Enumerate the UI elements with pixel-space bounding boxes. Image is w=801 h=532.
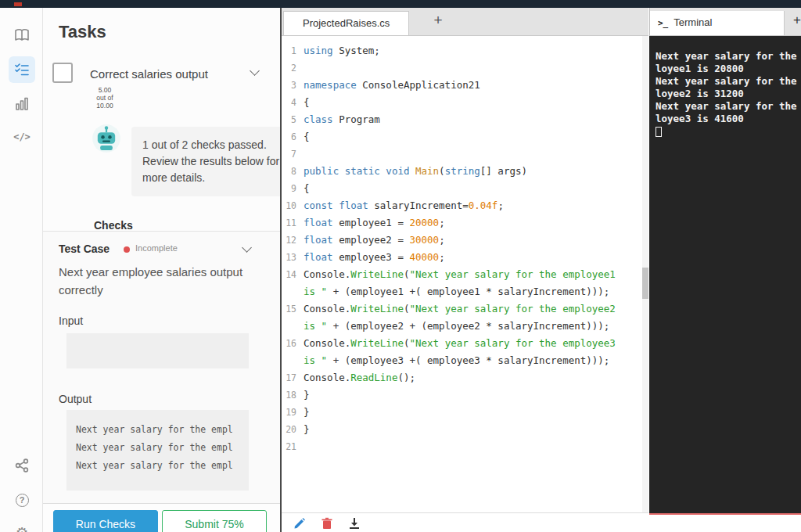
terminal-line: loyee2 is 31200 — [656, 88, 795, 100]
task-chevron-down-icon[interactable] — [250, 66, 260, 76]
score-value: 5.00 — [88, 86, 122, 94]
code-row[interactable]: 5class Program — [282, 111, 648, 128]
code-text: } — [304, 404, 310, 421]
checklist-icon[interactable] — [9, 56, 35, 83]
browser-top-strip — [0, 0, 801, 8]
line-number: 9 — [282, 180, 304, 197]
code-row[interactable]: 12float employee2 = 30000; — [282, 232, 648, 249]
code-row[interactable]: 18} — [282, 386, 648, 404]
line-number: 5 — [282, 111, 304, 128]
code-text: } — [304, 386, 310, 404]
code-row[interactable]: 11float employee1 = 20000; — [282, 214, 648, 232]
terminal-tab[interactable]: >_Terminal — [650, 11, 785, 35]
input-label: Input — [59, 315, 83, 327]
line-number — [282, 283, 304, 300]
test-case-header[interactable]: Test Case Incomplete — [43, 232, 280, 264]
code-row[interactable]: is " + (employee2 + (employee2 * salaryI… — [282, 318, 648, 335]
delete-trash-icon[interactable] — [321, 517, 333, 530]
line-number — [282, 318, 304, 335]
editor-scrollbar[interactable] — [642, 36, 648, 512]
code-row[interactable]: 21 — [282, 438, 648, 455]
code-text: Console.ReadLine(); — [304, 369, 415, 386]
output-label: Output — [59, 393, 92, 405]
code-area[interactable]: 1using System;23namespace ConsoleApplica… — [282, 36, 648, 512]
line-number: 19 — [282, 404, 304, 421]
run-checks-button[interactable]: Run Checks — [53, 510, 158, 532]
code-text: float employee2 = 30000; — [304, 232, 445, 249]
editor-scrollbar-thumb[interactable] — [642, 268, 648, 299]
code-text: Console.WriteLine("Next year salary for … — [304, 335, 616, 352]
line-number: 16 — [282, 335, 304, 352]
code-row[interactable]: 14Console.WriteLine("Next year salary fo… — [282, 266, 648, 283]
terminal-cursor-line — [656, 125, 795, 140]
code-row[interactable]: 2 — [282, 59, 648, 77]
terminal-line: loyee1 is 20800 — [656, 63, 795, 75]
code-row[interactable]: 17Console.ReadLine(); — [282, 369, 648, 386]
output-line: Next year salary for the empl — [76, 457, 239, 475]
task-row: Correct salaries output — [51, 56, 272, 91]
code-row[interactable]: is " + (employee1 +( employee1 * salaryI… — [282, 283, 648, 300]
code-row[interactable]: 9{ — [282, 180, 648, 197]
code-text: is " + (employee3 +( employee3 * salaryI… — [304, 352, 609, 369]
line-number — [282, 352, 304, 369]
gear-glyph: ⚙ — [16, 526, 28, 532]
bot-avatar — [92, 124, 121, 153]
test-case-chevron-down-icon[interactable] — [242, 243, 252, 253]
code-row[interactable]: 10const float salaryIncrement=0.04f; — [282, 197, 648, 214]
input-box — [66, 333, 249, 368]
bar-chart-icon[interactable] — [9, 91, 35, 117]
code-row[interactable]: 16Console.WriteLine("Next year salary fo… — [282, 335, 648, 352]
line-number: 21 — [282, 438, 304, 455]
test-case-title: Test Case — [59, 243, 110, 255]
code-row[interactable]: 8public static void Main(string[] args) — [282, 163, 648, 180]
test-case-description: Next year employee salaries output corre… — [59, 263, 250, 299]
code-row[interactable]: 7 — [282, 146, 648, 163]
editor-tab-bar: ProjectedRaises.cs + — [282, 8, 648, 36]
terminal-tab-label: Terminal — [673, 16, 712, 28]
task-score: 5.00 out of 10.00 — [88, 86, 122, 110]
code-row[interactable]: 3namespace ConsoleApplication21 — [282, 77, 648, 94]
code-text: is " + (employee2 + (employee2 * salaryI… — [304, 318, 609, 335]
code-row[interactable]: 13float employee3 = 40000; — [282, 249, 648, 266]
code-row[interactable]: 1using System; — [282, 42, 648, 59]
code-row[interactable]: 19} — [282, 404, 648, 421]
tasks-footer: Run Checks Submit 75% — [43, 503, 280, 532]
editor-bottom-toolbar — [282, 512, 648, 532]
settings-gear-icon[interactable]: ⚙ — [9, 519, 35, 532]
test-case-status: Incomplete — [135, 243, 178, 253]
submit-button[interactable]: Submit 75% — [162, 510, 267, 532]
share-icon[interactable] — [9, 452, 35, 479]
code-row[interactable]: 4{ — [282, 94, 648, 111]
code-text: float employee1 = 20000; — [304, 214, 445, 232]
code-row[interactable]: 6{ — [282, 128, 648, 146]
line-number: 12 — [282, 232, 304, 249]
terminal-new-tab-button[interactable]: + — [793, 13, 801, 28]
code-text: is " + (employee1 +( employee1 * salaryI… — [304, 283, 609, 300]
line-number: 7 — [282, 146, 304, 163]
checks-heading: Checks — [94, 219, 133, 232]
terminal-body[interactable]: Next year salary for theloyee1 is 20800N… — [649, 36, 801, 513]
new-tab-button[interactable]: + — [429, 12, 447, 29]
edit-pencil-icon[interactable] — [293, 517, 306, 530]
code-text: const float salaryIncrement=0.04f; — [304, 197, 504, 214]
code-row[interactable]: 20} — [282, 421, 648, 438]
left-icon-rail: </> ? ⚙ — [0, 8, 43, 532]
code-text: public static void Main(string[] args) — [304, 163, 527, 180]
task-label: Correct salaries output — [90, 67, 208, 81]
code-text: Console.WriteLine("Next year salary for … — [304, 300, 616, 318]
code-icon-glyph: </> — [13, 131, 31, 142]
line-number: 11 — [282, 214, 304, 232]
help-icon[interactable]: ? — [9, 487, 35, 513]
code-row[interactable]: 15Console.WriteLine("Next year salary fo… — [282, 300, 648, 318]
code-row[interactable]: is " + (employee3 +( employee3 * salaryI… — [282, 352, 648, 369]
code-icon[interactable]: </> — [9, 124, 35, 150]
book-icon[interactable] — [9, 22, 35, 49]
code-text: { — [304, 128, 310, 146]
line-number: 1 — [282, 42, 304, 59]
download-icon[interactable] — [348, 517, 361, 530]
help-icon-glyph: ? — [16, 494, 29, 507]
task-checkbox[interactable] — [52, 63, 73, 83]
terminal-cursor — [656, 127, 662, 137]
editor-tab-projectedraises[interactable]: ProjectedRaises.cs — [283, 11, 409, 35]
line-number: 13 — [282, 249, 304, 266]
